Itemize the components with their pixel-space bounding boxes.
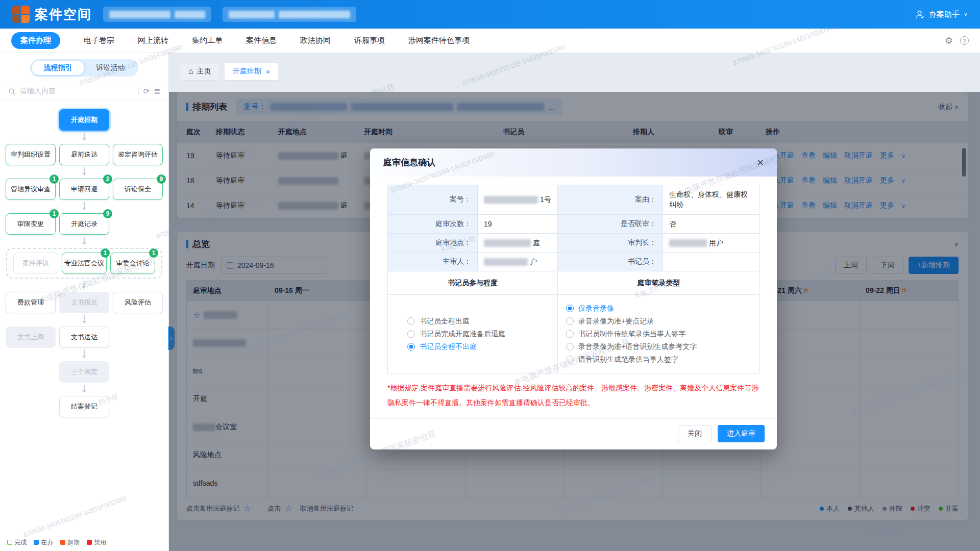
tab-home[interactable]: ⌂ 主页 bbox=[180, 63, 219, 80]
flow-slot bbox=[6, 396, 56, 417]
user-menu[interactable]: 办案助手 ∨ bbox=[915, 10, 968, 19]
nav-item-案件办理[interactable]: 案件办理 bbox=[11, 32, 60, 49]
flow-node[interactable]: 庭前送达 bbox=[59, 144, 109, 165]
cause-value: 生命权、身体权、健康权纠纷 bbox=[663, 185, 760, 215]
flow-row: 费款管理文书报批风险评估 bbox=[0, 292, 168, 313]
flow-node[interactable]: 专业法官会议1 bbox=[62, 253, 107, 274]
flow-slot bbox=[113, 396, 163, 417]
layers-icon[interactable]: ≣ bbox=[154, 87, 160, 96]
chief-judge-value: 用户 bbox=[663, 234, 760, 253]
chevron-down-icon: ∨ bbox=[964, 12, 968, 17]
session-count-value: 19 bbox=[478, 215, 558, 234]
hearing-confirm-dialog: 庭审信息确认 × 案号： 1号 案由： 生命权、身体权、健康权纠纷 庭审次数： … bbox=[370, 148, 777, 449]
participation-option[interactable]: 书记员完成开庭准备后退庭 bbox=[407, 330, 505, 339]
close-button[interactable]: 关闭 bbox=[678, 425, 712, 442]
flow-node[interactable]: 申请回避2 bbox=[59, 179, 109, 200]
nav-item-涉网案件特色事项[interactable]: 涉网案件特色事项 bbox=[408, 36, 470, 45]
flow-node-badge: 9 bbox=[103, 209, 112, 218]
hearing-info-table: 案号： 1号 案由： 生命权、身体权、健康权纠纷 庭审次数： 19 是否联审： … bbox=[387, 185, 760, 373]
participation-options: 书记员全程出庭书记员完成开庭准备后退庭书记员全程不出庭 bbox=[388, 295, 558, 373]
case-no-value: 1号 bbox=[478, 185, 558, 215]
case-title-redacted bbox=[103, 7, 211, 22]
sidebar-tab-诉讼活动[interactable]: 诉讼活动 bbox=[84, 61, 137, 75]
flow-node-label: 审限变更 bbox=[17, 220, 44, 228]
sidebar-search[interactable]: 请输入内容 | ⟳ ≣ bbox=[0, 82, 168, 101]
flow-slot: 管辖异议审查1 bbox=[6, 179, 56, 200]
flow-slot bbox=[113, 109, 163, 131]
case-no-label: 案号： bbox=[388, 185, 478, 215]
flow-node-label: 风险评估 bbox=[125, 298, 151, 307]
flow-node[interactable]: 开庭记录9 bbox=[59, 213, 109, 235]
help-icon[interactable]: ? bbox=[960, 36, 969, 45]
flow-node[interactable]: 审限变更1 bbox=[6, 213, 56, 235]
radio-selected-icon bbox=[566, 305, 574, 312]
tab-close-icon[interactable]: × bbox=[266, 67, 271, 76]
flow-slot: 庭前送达 bbox=[59, 144, 109, 165]
refresh-icon[interactable]: ⟳ bbox=[143, 87, 150, 96]
flow-node-badge: 9 bbox=[157, 174, 166, 184]
record-type-option[interactable]: 仅录音录像 bbox=[566, 304, 614, 313]
flow-node-label: 开庭排期 bbox=[71, 116, 97, 124]
nav-item-集约工单[interactable]: 集约工单 bbox=[192, 36, 223, 45]
search-icon bbox=[8, 88, 16, 95]
app-title: 案件空间 bbox=[35, 6, 92, 23]
flow-node[interactable]: 管辖异议审查1 bbox=[6, 179, 56, 200]
flow-node[interactable]: 费款管理 bbox=[6, 292, 56, 313]
sidebar-tab-流程指引[interactable]: 流程指引 bbox=[32, 61, 84, 75]
flow-node[interactable]: 文书报批 bbox=[59, 292, 109, 313]
flow-node[interactable]: 案件评议 bbox=[13, 253, 58, 274]
flow-node[interactable]: 文书上网 bbox=[6, 327, 56, 348]
arrow-down-icon bbox=[0, 132, 168, 143]
arrow-down-icon bbox=[0, 349, 168, 360]
flow-node[interactable]: 审判组织设置 bbox=[6, 144, 56, 165]
enter-hearing-button[interactable]: 进入庭审 bbox=[718, 425, 765, 442]
nav-item-电子卷宗[interactable]: 电子卷宗 bbox=[84, 36, 114, 45]
flow-slot bbox=[6, 109, 56, 131]
nav-item-政法协同[interactable]: 政法协同 bbox=[300, 36, 331, 45]
flow-row: 结案登记 bbox=[0, 396, 168, 417]
record-type-option[interactable]: 录音录像为准+语音识别生成参考文字 bbox=[566, 342, 697, 352]
nav-item-网上流转[interactable]: 网上流转 bbox=[138, 36, 168, 45]
flow-node[interactable]: 鉴定咨询评估 bbox=[113, 144, 163, 165]
close-icon[interactable]: × bbox=[757, 157, 764, 168]
flow-node[interactable]: 结案登记 bbox=[59, 396, 109, 417]
joint-trial-label: 是否联审： bbox=[558, 215, 663, 234]
participation-option[interactable]: 书记员全程不出庭 bbox=[407, 342, 477, 352]
gear-icon[interactable]: ⚙ bbox=[945, 35, 953, 46]
flow-node[interactable]: 文书送达 bbox=[59, 327, 109, 348]
record-type-option[interactable]: 录音录像为准+要点记录 bbox=[566, 317, 654, 326]
flow-status-legend: 完成在办超期禁用 bbox=[7, 538, 106, 547]
radio-icon bbox=[407, 330, 415, 338]
radio-icon bbox=[566, 330, 574, 338]
record-type-option-label: 书记员制作传统笔录供当事人签字 bbox=[578, 330, 685, 339]
legend-swatch bbox=[60, 540, 65, 545]
flow-slot: 审判组织设置 bbox=[6, 144, 56, 165]
nav-item-案件信息[interactable]: 案件信息 bbox=[246, 36, 277, 45]
app-logo-icon bbox=[12, 6, 30, 23]
flow-node[interactable]: 诉讼保全9 bbox=[113, 179, 163, 200]
record-type-option-label: 语音识别生成笔录供当事人签字 bbox=[578, 355, 678, 364]
flow-node-label: 文书送达 bbox=[71, 333, 97, 341]
logo: 案件空间 bbox=[12, 6, 92, 23]
location-value: 庭 bbox=[478, 234, 558, 253]
radio-icon bbox=[407, 317, 415, 325]
live-broadcast-warning: *根据规定,案件庭审直播需要进行风险评估,经风险评估较高的案件、涉敏感案件、涉密… bbox=[387, 381, 760, 410]
process-flowchart: 开庭排期审判组织设置庭前送达鉴定咨询评估管辖异议审查1申请回避2诉讼保全9审限变… bbox=[0, 101, 168, 417]
participation-option-label: 书记员全程不出庭 bbox=[420, 342, 477, 352]
flow-node[interactable]: 三个规定 bbox=[59, 361, 109, 383]
record-type-option[interactable]: 书记员制作传统笔录供当事人签字 bbox=[566, 330, 685, 339]
flow-node[interactable]: 审委会讨论1 bbox=[110, 253, 155, 274]
flow-node-label: 诉讼保全 bbox=[125, 185, 151, 193]
tab-court-schedule-label: 开庭排期 bbox=[233, 67, 261, 76]
nav-item-诉服事项[interactable]: 诉服事项 bbox=[354, 36, 385, 45]
legend-item-在办: 在办 bbox=[34, 538, 53, 547]
flow-node[interactable]: 开庭排期 bbox=[59, 109, 109, 131]
tab-court-schedule[interactable]: 开庭排期 × bbox=[225, 63, 279, 80]
participation-option[interactable]: 书记员全程出庭 bbox=[407, 317, 470, 326]
flow-node[interactable]: 风险评估 bbox=[113, 292, 163, 313]
flow-slot: 文书报批 bbox=[59, 292, 109, 313]
flow-slot: 结案登记 bbox=[59, 396, 109, 417]
record-type-option[interactable]: 语音识别生成笔录供当事人签字 bbox=[566, 355, 678, 364]
arrow-down-icon bbox=[0, 201, 168, 212]
flow-node-label: 庭前送达 bbox=[71, 151, 97, 159]
